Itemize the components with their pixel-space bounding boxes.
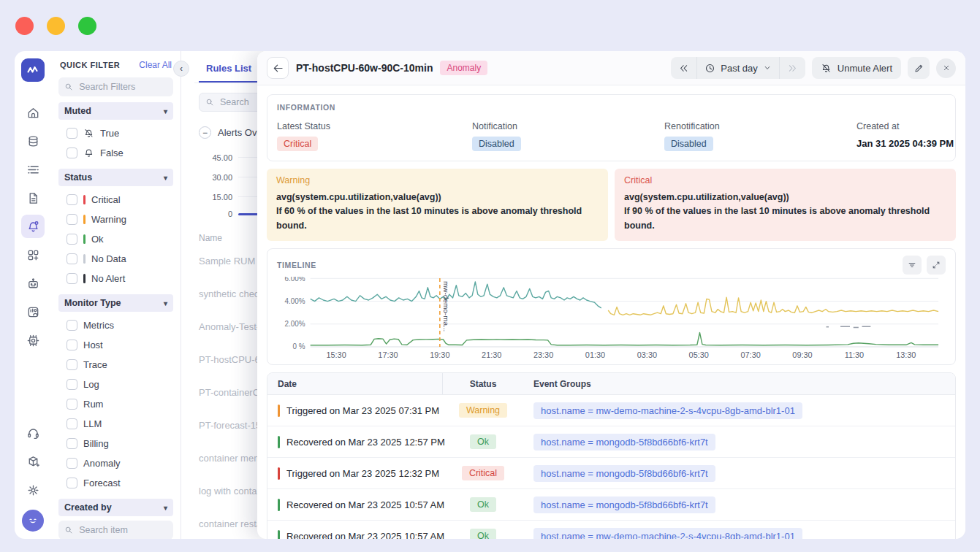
brand-logo[interactable] xyxy=(21,58,45,82)
event-group-chip[interactable]: host.name = mw-demo-machine-2-s-4vcpu-8g… xyxy=(533,402,802,419)
headset-icon xyxy=(26,426,40,440)
checkbox[interactable] xyxy=(67,320,77,331)
add-dashboard-icon xyxy=(26,248,40,262)
checkbox[interactable] xyxy=(67,128,77,139)
filter-item-monitor-type[interactable]: Log xyxy=(58,375,173,394)
filter-item-monitor-type[interactable]: LLM xyxy=(58,414,173,434)
time-back-button[interactable] xyxy=(671,57,696,79)
checkbox[interactable] xyxy=(67,340,77,350)
filter-item-status[interactable]: No Data xyxy=(58,249,173,269)
sidebar-item-infrastructure[interactable] xyxy=(21,129,45,153)
event-row[interactable]: Recovered on Mar 23 2025 10:57 AM Ok hos… xyxy=(267,489,955,521)
filter-item-monitor-type[interactable]: Forecast xyxy=(58,473,173,493)
sidebar-rail xyxy=(15,51,51,539)
event-status-bar xyxy=(278,530,280,539)
event-status-badge: Ok xyxy=(470,497,496,512)
checkbox[interactable] xyxy=(67,478,77,488)
filter-item-muted[interactable]: False xyxy=(58,143,173,163)
event-row[interactable]: Recovered on Mar 23 2025 10:57 AM Ok hos… xyxy=(267,521,955,539)
filter-item-monitor-type[interactable]: Metrics xyxy=(58,315,173,335)
sidebar-item-ai[interactable] xyxy=(21,272,45,295)
column-header-event-groups[interactable]: Event Groups xyxy=(523,373,955,394)
filter-item-muted[interactable]: True xyxy=(58,123,173,143)
event-group-chip[interactable]: host.name = mongodb-5f8bd66bf6-krt7t xyxy=(533,465,715,482)
timeline-chart[interactable]: 6.00%4.00%2.00%0 %15:3017:3019:3021:3023… xyxy=(277,277,946,363)
filter-item-monitor-type[interactable]: Anomaly xyxy=(58,453,173,473)
checkbox[interactable] xyxy=(67,147,77,158)
checkbox[interactable] xyxy=(67,359,77,370)
section-created-by[interactable]: Created by ▾ xyxy=(58,499,173,516)
close-window-button[interactable] xyxy=(15,17,34,35)
event-row[interactable]: Triggered on Mar 23 2025 07:31 PM Warnin… xyxy=(267,395,955,426)
sidebar-item-alerts[interactable] xyxy=(21,215,45,238)
checkbox[interactable] xyxy=(67,234,77,245)
filter-item-monitor-type[interactable]: Billing xyxy=(58,434,173,453)
checkbox[interactable] xyxy=(67,399,77,410)
status-color-bar xyxy=(83,254,86,264)
unmute-alert-button[interactable]: Unmute Alert xyxy=(812,57,901,79)
checkbox[interactable] xyxy=(67,214,77,225)
event-row[interactable]: Triggered on Mar 23 2025 12:32 PM Critic… xyxy=(267,458,955,489)
sidebar-item-home[interactable] xyxy=(21,101,45,124)
document-icon xyxy=(26,191,40,205)
filter-item-monitor-type[interactable]: Trace xyxy=(58,355,173,375)
sidebar-item-processor[interactable] xyxy=(21,329,45,352)
sidebar-item-logs[interactable] xyxy=(21,158,45,181)
zoom-window-button[interactable] xyxy=(78,17,96,35)
event-group-chip[interactable]: host.name = mongodb-5f8bd66bf6-krt7t xyxy=(533,434,715,451)
checkbox[interactable] xyxy=(67,418,77,429)
section-muted[interactable]: Muted ▾ xyxy=(58,102,173,120)
sidebar-item-dashboards[interactable] xyxy=(21,243,45,267)
checkbox[interactable] xyxy=(67,273,77,284)
close-detail-button[interactable] xyxy=(936,58,956,78)
column-header-date[interactable]: Date xyxy=(267,373,443,394)
bell-icon xyxy=(83,147,94,158)
search-icon xyxy=(205,97,214,107)
filter-search[interactable] xyxy=(58,77,173,96)
minimize-window-button[interactable] xyxy=(47,17,65,35)
collapse-filters-button[interactable]: ‹ xyxy=(173,61,189,77)
sidebar-item-settings[interactable] xyxy=(21,478,45,502)
timeline-expand-button[interactable] xyxy=(927,256,946,275)
created-by-search-input[interactable] xyxy=(77,524,167,536)
checkbox[interactable] xyxy=(67,379,77,390)
time-range-selector[interactable]: Past day xyxy=(697,57,779,79)
time-forward-button[interactable] xyxy=(780,57,805,79)
filter-item-status[interactable]: Warning xyxy=(58,210,173,229)
checkbox[interactable] xyxy=(67,253,77,264)
sidebar-item-reports[interactable] xyxy=(21,186,45,210)
section-monitor-type[interactable]: Monitor Type ▾ xyxy=(58,294,173,312)
filter-item-status[interactable]: No Alert xyxy=(58,269,173,288)
back-button[interactable] xyxy=(267,57,289,79)
created-by-search[interactable] xyxy=(58,521,173,539)
monitor-type-items: Metrics Host Trace Log xyxy=(58,315,173,493)
clear-all-link[interactable]: Clear All xyxy=(139,60,172,70)
sidebar-item-support[interactable] xyxy=(21,421,45,445)
filter-item-monitor-type[interactable]: Rum xyxy=(58,394,173,414)
user-avatar[interactable] xyxy=(22,510,44,532)
filter-search-input[interactable] xyxy=(77,81,167,93)
section-monitor-type-label: Monitor Type xyxy=(64,298,121,308)
event-row[interactable]: Recovered on Mar 23 2025 12:57 PM Ok hos… xyxy=(267,426,955,458)
filter-item-monitor-type[interactable]: Host xyxy=(58,335,173,355)
collapse-minus-icon[interactable]: − xyxy=(199,126,211,139)
cpu-chip-icon xyxy=(26,334,40,348)
checkbox[interactable] xyxy=(67,458,77,469)
event-status-bar xyxy=(278,499,280,511)
edit-alert-button[interactable] xyxy=(908,57,930,79)
filter-item-status[interactable]: Ok xyxy=(58,229,173,249)
checkbox[interactable] xyxy=(67,438,77,449)
filter-item-status[interactable]: Critical xyxy=(58,190,173,210)
critical-condition-rule: If 90 % of the values in the last 10 min… xyxy=(624,204,946,233)
tab-rules-list[interactable]: Rules List xyxy=(199,61,259,83)
sidebar-item-install[interactable] xyxy=(21,450,45,473)
status-color-bar xyxy=(83,215,86,224)
checkbox[interactable] xyxy=(67,194,77,205)
event-group-chip[interactable]: host.name = mw-demo-machine-2-s-4vcpu-8g… xyxy=(533,528,802,539)
unmute-alert-label: Unmute Alert xyxy=(837,63,892,74)
event-group-chip[interactable]: host.name = mongodb-5f8bd66bf6-krt7t xyxy=(533,497,715,513)
column-header-status[interactable]: Status xyxy=(443,373,523,394)
sidebar-item-rum[interactable] xyxy=(21,300,45,323)
section-status[interactable]: Status ▾ xyxy=(58,169,173,186)
timeline-filter-button[interactable] xyxy=(903,256,922,275)
